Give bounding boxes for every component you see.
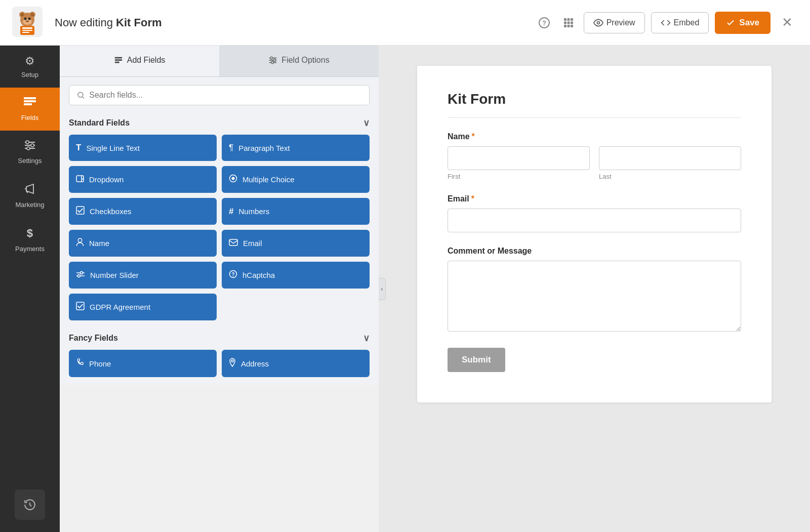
svg-rect-53 <box>229 239 237 245</box>
name-row: First Last <box>448 146 741 180</box>
tab-field-options[interactable]: Field Options <box>219 46 379 76</box>
svg-rect-17 <box>567 18 570 21</box>
fancy-fields-header: Fancy Fields ∨ <box>60 329 379 350</box>
field-label: Name <box>89 239 109 248</box>
field-label: Address <box>241 359 269 368</box>
last-name-col: Last <box>599 146 741 180</box>
search-area <box>60 77 379 113</box>
svg-point-50 <box>232 177 235 180</box>
field-btn-email[interactable]: Email <box>222 230 370 257</box>
sidebar: ⚙ Setup Fields <box>0 46 60 532</box>
field-btn-gdpr[interactable]: GDPR Agreement <box>69 294 217 320</box>
email-input[interactable] <box>448 209 741 232</box>
field-label: hCaptcha <box>242 271 275 279</box>
embed-button[interactable]: Embed <box>651 12 709 33</box>
top-bar-actions: ? Preview Embed Save <box>535 12 798 34</box>
form-card: Kit Form Name * First Last <box>417 66 772 402</box>
sidebar-setup-label: Setup <box>21 71 38 78</box>
tab-add-fields-label: Add Fields <box>127 56 166 65</box>
field-label: Paragraph Text <box>238 144 290 152</box>
multiple-choice-icon <box>229 174 237 185</box>
field-btn-number-slider[interactable]: Number Slider <box>69 262 217 289</box>
sidebar-item-fields[interactable]: Fields <box>0 88 60 131</box>
svg-rect-12 <box>22 30 32 31</box>
close-button[interactable]: ✕ <box>777 12 798 33</box>
history-button[interactable] <box>15 489 45 520</box>
form-preview: Kit Form Name * First Last <box>379 46 810 532</box>
sidebar-fields-label: Fields <box>21 114 39 121</box>
save-label: Save <box>739 18 759 28</box>
email-icon <box>229 239 238 248</box>
sidebar-bottom <box>15 481 45 532</box>
message-label: Comment or Message <box>448 247 741 256</box>
submit-label: Submit <box>462 355 491 364</box>
preview-label: Preview <box>606 18 635 27</box>
sidebar-item-payments[interactable]: $ Payments <box>0 218 60 262</box>
field-btn-hcaptcha[interactable]: ? hCaptcha <box>222 262 370 289</box>
search-input[interactable] <box>89 91 362 100</box>
submit-button[interactable]: Submit <box>448 348 505 372</box>
svg-rect-19 <box>564 21 566 24</box>
message-field-group: Comment or Message <box>448 247 741 334</box>
svg-rect-22 <box>564 25 566 27</box>
svg-point-25 <box>597 21 599 24</box>
field-btn-dropdown[interactable]: Dropdown <box>69 166 217 193</box>
sidebar-settings-label: Settings <box>18 157 42 165</box>
save-button[interactable]: Save <box>715 12 771 34</box>
svg-point-33 <box>31 144 34 147</box>
sidebar-item-setup[interactable]: ⚙ Setup <box>0 46 60 88</box>
logo <box>12 7 43 39</box>
numbers-icon: # <box>229 207 233 217</box>
page-title: Now editing Kit Form <box>55 16 527 29</box>
field-label: Numbers <box>238 207 269 216</box>
preview-button[interactable]: Preview <box>584 12 645 33</box>
help-button[interactable]: ? <box>535 14 553 32</box>
svg-rect-16 <box>564 18 566 21</box>
main-layout: ⚙ Setup Fields <box>0 46 810 532</box>
svg-point-56 <box>80 271 83 274</box>
svg-rect-13 <box>22 32 29 33</box>
field-btn-single-line-text[interactable]: T Single Line Text <box>69 135 217 161</box>
first-name-input[interactable] <box>448 146 590 170</box>
sidebar-item-settings[interactable]: Settings <box>0 131 60 174</box>
marketing-icon <box>24 183 36 198</box>
standard-fields-label: Standard Fields <box>69 118 130 128</box>
search-icon <box>76 91 85 100</box>
sidebar-item-marketing[interactable]: Marketing <box>0 174 60 218</box>
sidebar-marketing-label: Marketing <box>15 201 44 209</box>
hcaptcha-icon: ? <box>229 270 237 280</box>
email-label: Email * <box>448 194 741 203</box>
chevron-left-icon: ‹ <box>381 285 383 293</box>
panel-collapse-handle[interactable]: ‹ <box>379 278 386 300</box>
email-required-star: * <box>471 194 474 203</box>
field-btn-multiple-choice[interactable]: Multiple Choice <box>222 166 370 193</box>
svg-rect-21 <box>571 21 573 24</box>
field-label: GDPR Agreement <box>90 303 150 311</box>
field-btn-name[interactable]: Name <box>69 230 217 257</box>
field-btn-checkboxes[interactable]: Checkboxes <box>69 198 217 225</box>
message-textarea[interactable] <box>448 261 741 332</box>
panel-wrapper: Add Fields Field Options Standard Fields… <box>60 46 379 532</box>
field-label: Phone <box>89 359 111 368</box>
tab-add-fields[interactable]: Add Fields <box>60 46 219 76</box>
svg-rect-11 <box>22 27 32 29</box>
field-btn-address[interactable]: Address <box>222 350 370 377</box>
chevron-down-icon[interactable]: ∨ <box>363 117 370 129</box>
first-name-col: First <box>448 146 590 180</box>
checkbox-icon <box>76 206 85 217</box>
field-btn-phone[interactable]: Phone <box>69 350 217 377</box>
panel-tabs: Add Fields Field Options <box>60 46 379 77</box>
name-field-group: Name * First Last <box>448 132 741 180</box>
fancy-chevron-icon[interactable]: ∨ <box>363 333 370 344</box>
field-label: Number Slider <box>90 271 139 279</box>
svg-rect-18 <box>571 18 573 21</box>
field-label: Dropdown <box>89 175 124 184</box>
field-btn-paragraph-text[interactable]: ¶ Paragraph Text <box>222 135 370 161</box>
name-label: Name * <box>448 132 741 141</box>
field-label: Checkboxes <box>90 207 132 216</box>
apps-button[interactable] <box>559 14 578 32</box>
last-name-input[interactable] <box>599 146 741 170</box>
payments-icon: $ <box>24 227 35 242</box>
field-btn-numbers[interactable]: # Numbers <box>222 198 370 225</box>
svg-point-44 <box>271 61 274 64</box>
